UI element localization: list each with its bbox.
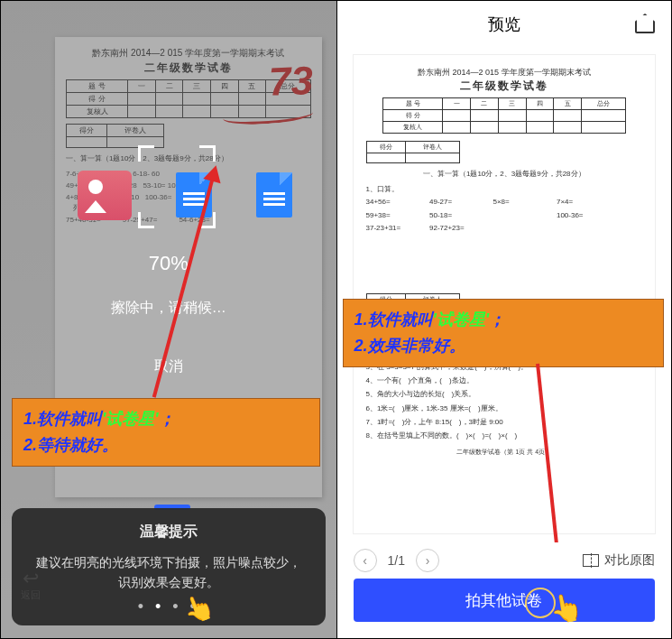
capture-more-button[interactable]: 拍其他试卷 👆 — [354, 579, 656, 622]
cancel-button[interactable]: 取消 — [1, 357, 336, 376]
paper-footer: 二年级数学试卷（第 1页 共 4页） — [366, 448, 643, 457]
home-icon[interactable] — [635, 14, 655, 33]
paper-subtitle: 二年级数学试卷 — [366, 79, 643, 94]
compare-original-button[interactable]: 对比原图 — [583, 552, 655, 569]
calc-title: 1、口算。 — [366, 184, 643, 194]
marker-table: 得分评卷人 — [366, 141, 460, 163]
pointing-hand-icon: 👆 — [179, 589, 218, 628]
annotation-box-left: 1.软件就叫'试卷星'； 2.等待就好。 — [12, 398, 320, 467]
score-table: 题 号一二三四五总分 得 分 复核人 — [382, 97, 626, 134]
back-arrow-icon: ↩ — [21, 567, 41, 590]
pager-row: ‹ 1/1 › 对比原图 — [337, 542, 672, 579]
prev-page-button[interactable]: ‹ — [354, 549, 377, 572]
image-icon — [78, 171, 132, 220]
top-bar: 预览 — [337, 1, 672, 48]
preview-paper: 黔东南州 2014—2 015 学年度第一学期期末考试 二年级数学试卷 题 号一… — [354, 55, 656, 533]
annotation-box-right: 1.软件就叫'试卷星'； 2.效果非常好。 — [343, 299, 665, 367]
calc-grid: 34+56=49-27=5×8=7×4= 59+38=50-18=100-36=… — [366, 196, 643, 235]
tip-card: 温馨提示 建议在明亮的光线环境下拍摄，照片噪点较少，识别效果会更好。 • • •… — [12, 508, 326, 625]
page-title: 预览 — [488, 14, 520, 35]
exam-title: 黔东南州 2014—2 015 学年度第一学期期末考试 — [366, 66, 643, 79]
document-icon — [256, 172, 292, 218]
preview-area: 黔东南州 2014—2 015 学年度第一学期期末考试 二年级数学试卷 题 号一… — [337, 48, 672, 542]
section-1-title: 一、算一算（1题10分，2、3题每题9分，共28分） — [366, 169, 643, 179]
tip-title: 温馨提示 — [30, 523, 308, 542]
preview-screen: 预览 黔东南州 2014—2 015 学年度第一学期期末考试 二年级数学试卷 题… — [336, 1, 672, 638]
progress-percent: 70% — [1, 252, 336, 275]
tip-body: 建议在明亮的光线环境下拍摄，照片噪点较少，识别效果会更好。 — [30, 552, 308, 593]
pagination-dots[interactable]: • • • • — [12, 597, 326, 616]
compare-icon — [583, 554, 599, 567]
capture-screen: 黔东南州 2014—2 015 学年度第一学期期末考试 二年级数学试卷 题 号一… — [1, 1, 336, 638]
page-indicator: 1/1 — [388, 553, 405, 568]
erasing-status: 擦除中，请稍候… — [1, 299, 336, 318]
back-button[interactable]: ↩ 返回 — [21, 567, 41, 602]
pointing-hand-icon: 👆 — [547, 589, 585, 626]
next-page-button[interactable]: › — [416, 549, 439, 572]
